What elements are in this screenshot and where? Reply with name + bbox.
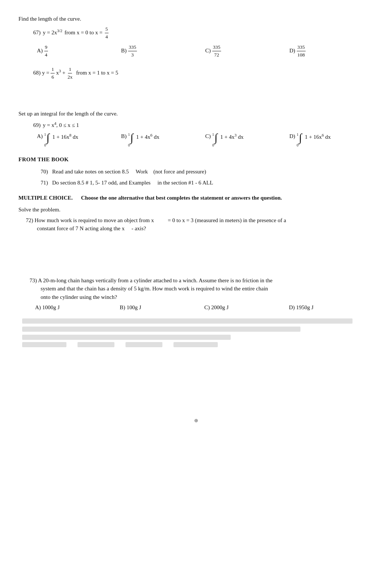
q70-instruction: 70) Read and take notes on section 8.5 W…: [18, 168, 374, 176]
mc-desc: Choose the one alternative that best com…: [74, 195, 282, 201]
q73-text-block: 73) A 20‐m‐long chain hangs vertically f…: [30, 276, 374, 301]
set-up-integral-section: Set up an integral for the length of the…: [18, 110, 374, 148]
q67-choice-a: A) 9 4: [37, 44, 121, 59]
blurred-row-1: [22, 318, 353, 324]
q69-choice-c: C) 1 0 ∫ 1 + 4x3 dx: [205, 132, 289, 148]
q72-text1: How much work is required to move an obj…: [35, 217, 286, 223]
problem-68: 68) y = 16 x3 + 12x from x = 1 to x = 5: [18, 66, 374, 81]
q69-choice-d: D) 1 0 ∫ 1 + 16x6 dx: [289, 132, 374, 148]
q67-equation-line: 67) y = 2x3/2 from x = 0 to x = 5 4: [26, 25, 374, 41]
page-number: ⊕: [194, 418, 198, 423]
q69-number: 69): [33, 121, 41, 130]
q69-equation-line: 69) y = x4, 0 ≤ x ≤ 1: [26, 120, 374, 130]
q67-choice-c: C) 335 72: [205, 44, 289, 59]
q73-choice-c: C) 2000g J: [204, 303, 289, 312]
q67-from: from x = 0 to x =: [65, 28, 103, 37]
q69-eq: y = x4, 0 ≤ x ≤ 1: [43, 120, 79, 130]
blurred-section: [18, 318, 374, 347]
from-the-book-header: FROM THE BOOK: [18, 155, 374, 164]
q72-line2: constant force of 7 N acting along the x…: [26, 224, 374, 233]
mc-label: MULTIPLE CHOICE.: [18, 195, 73, 201]
q68-from: from x = 1 to x = 5: [75, 69, 118, 77]
q70-text: Read and take notes on section 8.5 Work …: [49, 169, 206, 175]
q72-text2: constant force of 7 N acting along the x…: [37, 225, 146, 231]
q73-choice-b: B) 100g J: [120, 303, 204, 312]
q73-choice-a: A) 1000g J: [35, 303, 120, 312]
set-up-integral-header: Set up an integral for the length of the…: [18, 110, 374, 118]
find-length-header: Find the length of the curve.: [18, 15, 374, 23]
q68-equation-line: 68) y = 16 x3 + 12x from x = 1 to x = 5: [26, 66, 374, 81]
q68-number: 68): [33, 69, 41, 77]
blurred-choices-row: [22, 342, 370, 347]
q73-choices: A) 1000g J B) 100g J C) 2000g J D) 1950g…: [30, 303, 374, 312]
q73-section: 73) A 20‐m‐long chain hangs vertically f…: [18, 276, 374, 312]
q70-number: 70): [41, 169, 48, 175]
solve-header: Solve the problem.: [18, 206, 374, 214]
q73-problem: 73) A 20‐m‐long chain hangs vertically f…: [18, 276, 374, 312]
page-footer: ⊕: [18, 417, 374, 424]
blurred-row-2: [22, 327, 300, 332]
q71-text: Do section 8.5 # 1, 5- 17 odd, and Examp…: [49, 180, 213, 186]
problem-72: 72) How much work is required to move an…: [18, 216, 374, 233]
q71-number: 71): [41, 180, 48, 186]
q67-upper-frac: 5 4: [105, 25, 109, 41]
blurred-row-3: [22, 335, 231, 340]
q69-choices: A) 1 0 ∫ 1 + 16x8 dx B) 1 0: [26, 132, 374, 148]
q73-choice-d: D) 1950g J: [289, 303, 374, 312]
q69-choice-a: A) 1 0 ∫ 1 + 16x8 dx: [37, 132, 121, 148]
q73-number: 73): [30, 277, 37, 283]
q67-choices: A) 9 4 B) 335 3 C) 335 72: [26, 44, 374, 59]
q67-choice-d: D) 335 108: [289, 44, 374, 59]
q73-text: A 20‐m‐long chain hangs vertically from …: [38, 277, 272, 283]
multiple-choice-section: MULTIPLE CHOICE. Choose the one alternat…: [18, 194, 374, 233]
q67-number: 67): [33, 28, 41, 37]
problem-69: 69) y = x4, 0 ≤ x ≤ 1 A) 1 0 ∫ 1 + 16x8 …: [18, 120, 374, 148]
q72-number: 72): [26, 217, 33, 223]
q67-eq: y = 2x3/2: [43, 28, 62, 37]
problem-67: 67) y = 2x3/2 from x = 0 to x = 5 4 A) 9…: [18, 25, 374, 59]
multiple-choice-header: MULTIPLE CHOICE. Choose the one alternat…: [18, 194, 374, 202]
q71-instruction: 71) Do section 8.5 # 1, 5- 17 odd, and E…: [18, 179, 374, 187]
q72-line1: 72) How much work is required to move an…: [26, 216, 374, 225]
q68-eq: y = 16 x3 + 12x: [42, 66, 73, 81]
q69-choice-b: B) 1 0 ∫ 1 + 4x6 dx: [121, 132, 205, 148]
from-the-book-section: FROM THE BOOK 70) Read and take notes on…: [18, 155, 374, 187]
q67-choice-b: B) 335 3: [121, 44, 205, 59]
find-length-section: Find the length of the curve. 67) y = 2x…: [18, 15, 374, 81]
